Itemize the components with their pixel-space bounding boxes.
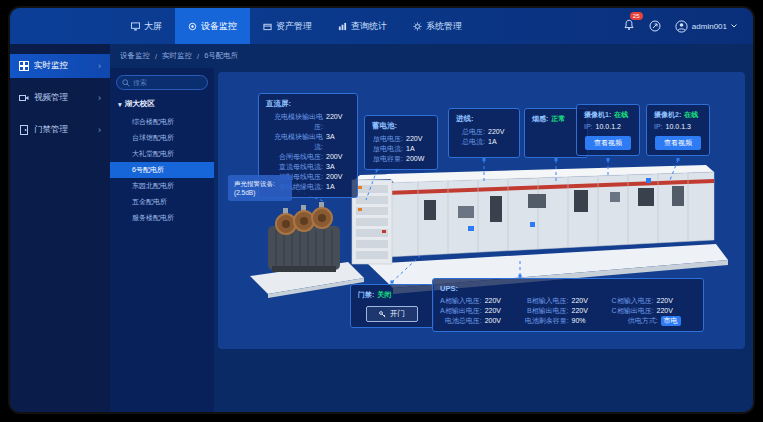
- nav-item-system[interactable]: 系统管理: [400, 8, 475, 44]
- status-badge: 在线: [684, 110, 698, 120]
- content-area: 设备监控 / 实时监控 / 6号配电所 ▾ 湖大校区 综合楼: [110, 44, 753, 412]
- tree-search[interactable]: [116, 75, 208, 90]
- field-label: IP:: [584, 122, 593, 132]
- status-badge: 关闭: [377, 290, 391, 300]
- camera-ip: 10.0.1.2: [596, 122, 621, 132]
- field-label: 放电电流:: [372, 144, 403, 154]
- field-label: IP:: [654, 122, 663, 132]
- field-value: 220V: [326, 112, 350, 132]
- station-tree-panel: ▾ 湖大校区 综合楼配电所 台球馆配电所 大礼堂配电所 6号配电所 东园北配电所…: [110, 68, 214, 412]
- power-mode-chip: 市电: [661, 316, 681, 326]
- nav-item-device-monitor[interactable]: 设备监控: [175, 8, 250, 44]
- field-label: 电池总电压:: [445, 316, 482, 326]
- tree-item-station[interactable]: 台球馆配电所: [116, 130, 208, 146]
- app-body: 实时监控 › 视频管理 › 门禁管理 › 设备监控 / 实时监控 / 6号配电所: [10, 44, 753, 412]
- nav-item-dashboard[interactable]: 大屏: [118, 8, 175, 44]
- dashboard-icon: [19, 61, 29, 71]
- field-value: 1A: [326, 182, 350, 192]
- field-label: C相输入电压:: [612, 296, 654, 306]
- tree-root-node[interactable]: ▾ 湖大校区: [118, 99, 208, 109]
- ups-column-b: B相输入电压:220V B相输出电压:220V 电池剩余容量:90%: [525, 296, 596, 326]
- field-value: 220V: [657, 296, 681, 306]
- tree-item-station-selected[interactable]: 6号配电所: [110, 162, 214, 178]
- tree-item-station[interactable]: 五金配电所: [116, 194, 208, 210]
- field-value: 200V: [326, 152, 350, 162]
- field-value: 220V: [485, 306, 509, 316]
- nav-label: 大屏: [144, 20, 162, 33]
- breadcrumb-item[interactable]: 设备监控: [120, 51, 150, 61]
- field-label: A相输入电压:: [440, 296, 482, 306]
- status-badge: 正常: [551, 114, 565, 124]
- nav-label: 资产管理: [276, 20, 312, 33]
- asset-icon: [263, 22, 272, 31]
- search-icon: [122, 79, 130, 87]
- gear-icon: [413, 22, 422, 31]
- sidebar-item-label: 实时监控: [34, 60, 68, 72]
- video-icon: [19, 93, 29, 103]
- breadcrumb-item: 6号配电所: [204, 51, 238, 61]
- ups-panel: UPS: A相输入电压:220V A相输出电压:220V 电池总电压:200V …: [432, 278, 704, 332]
- nav-item-statistics[interactable]: 查询统计: [325, 8, 400, 44]
- field-label: 合闸母线电压:: [266, 152, 323, 162]
- field-value: 220V: [485, 296, 509, 306]
- nav-item-assets[interactable]: 资产管理: [250, 8, 325, 44]
- field-label: C相输出电压:: [612, 306, 654, 316]
- field-label: 供电方式:: [628, 316, 658, 326]
- view-video-button[interactable]: 查看视频: [585, 136, 631, 150]
- tree-item-station[interactable]: 综合楼配电所: [116, 114, 208, 130]
- field-value: 200W: [406, 154, 430, 164]
- ups-column-c: C相输入电压:220V C相输出电压:220V 供电方式:市电: [612, 296, 681, 326]
- field-value: 220V: [657, 306, 681, 316]
- content-row: ▾ 湖大校区 综合楼配电所 台球馆配电所 大礼堂配电所 6号配电所 东园北配电所…: [110, 68, 753, 412]
- top-navbar: 大屏 设备监控 资产管理 查询统计 系统管理 25 admin001: [10, 8, 753, 44]
- tree-root-label: 湖大校区: [125, 99, 155, 109]
- sidebar-item-realtime-monitor[interactable]: 实时监控 ›: [10, 54, 110, 78]
- field-value: 1A: [406, 144, 430, 154]
- fullscreen-icon[interactable]: [649, 20, 661, 32]
- alarm-value: (2.5dB): [234, 188, 286, 197]
- user-icon: [675, 20, 688, 33]
- breadcrumb-separator: /: [155, 52, 157, 61]
- search-input[interactable]: [133, 79, 202, 86]
- tree-item-station[interactable]: 服务楼配电所: [116, 210, 208, 226]
- user-menu[interactable]: admin001: [675, 20, 737, 33]
- panel-title: 摄像机2:: [654, 110, 681, 120]
- tree-item-station[interactable]: 东园北配电所: [116, 178, 208, 194]
- navbar-right: 25 admin001: [623, 8, 737, 44]
- notifications-button[interactable]: 25: [623, 17, 635, 35]
- field-value: 200V: [485, 316, 509, 326]
- door-icon: [19, 125, 29, 135]
- sidebar-item-label: 门禁管理: [34, 124, 68, 136]
- nav-label: 系统管理: [426, 20, 462, 33]
- tree-item-station[interactable]: 大礼堂配电所: [116, 146, 208, 162]
- stats-icon: [338, 22, 347, 31]
- field-label: 充电模块输出电压:: [266, 112, 323, 132]
- room-monitor-panel: 直流屏: 充电模块输出电压:220V 充电模块输出电流:3A 合闸母线电压:20…: [218, 72, 745, 349]
- field-label: 总电流:: [456, 137, 485, 147]
- user-name: admin001: [692, 22, 727, 31]
- field-label: 直流母线电流:: [266, 162, 323, 172]
- monitor-icon: [188, 22, 197, 31]
- camera1-panel: 摄像机1:在线 IP:10.0.1.2 查看视频: [576, 104, 640, 156]
- sidebar-item-door-manage[interactable]: 门禁管理 ›: [10, 118, 110, 142]
- left-sidebar: 实时监控 › 视频管理 › 门禁管理 ›: [10, 44, 110, 412]
- field-value: 3A: [326, 162, 350, 172]
- breadcrumb-item[interactable]: 实时监控: [162, 51, 192, 61]
- chevron-right-icon: ›: [98, 125, 101, 135]
- open-door-button[interactable]: 开门: [366, 306, 418, 322]
- notification-badge: 25: [630, 12, 643, 20]
- field-value: 220V: [572, 296, 596, 306]
- panel-title: 烟感:: [532, 114, 548, 124]
- bell-icon: [623, 19, 635, 31]
- sidebar-item-video-manage[interactable]: 视频管理 ›: [10, 86, 110, 110]
- field-value: 200V: [326, 172, 350, 182]
- field-label: 总电压:: [456, 127, 485, 137]
- breadcrumb: 设备监控 / 实时监控 / 6号配电所: [110, 44, 753, 68]
- nav-label: 查询统计: [351, 20, 387, 33]
- panel-title: UPS:: [440, 284, 696, 293]
- view-video-button[interactable]: 查看视频: [655, 136, 701, 150]
- sidebar-item-label: 视频管理: [34, 92, 68, 104]
- app-window: 大屏 设备监控 资产管理 查询统计 系统管理 25 admin001: [10, 8, 753, 412]
- screen-icon: [131, 22, 140, 31]
- camera2-panel: 摄像机2:在线 IP:10.0.1.3 查看视频: [646, 104, 710, 156]
